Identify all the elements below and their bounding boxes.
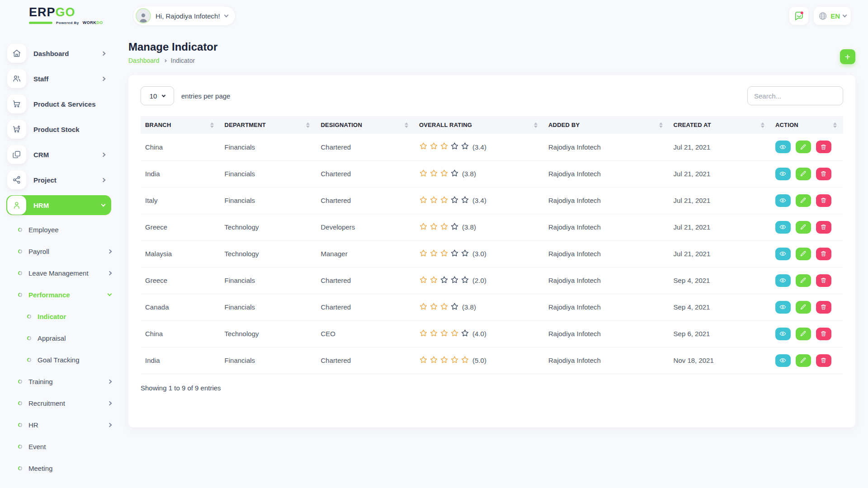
sidebar-item-leave-management[interactable]: Leave Management <box>6 264 111 282</box>
edit-button[interactable] <box>796 141 811 153</box>
bullet-icon <box>18 423 22 427</box>
column-header-action[interactable]: ACTION <box>771 116 843 134</box>
designation-cell: Developers <box>316 214 415 240</box>
chevron-right-icon <box>101 51 106 56</box>
sidebar-item-goal-tracking[interactable]: Goal Tracking <box>6 351 111 369</box>
star-icon <box>440 302 448 312</box>
star-icon <box>419 329 428 339</box>
delete-button[interactable] <box>816 141 831 153</box>
star-icon <box>450 302 459 312</box>
users-icon <box>7 69 26 88</box>
sidebar-item-product-services[interactable]: Product & Services <box>6 94 111 114</box>
view-button[interactable] <box>775 221 791 234</box>
column-header-overall-rating[interactable]: OVERALL RATING <box>415 116 544 134</box>
view-button[interactable] <box>775 328 791 340</box>
language-selector[interactable]: EN <box>814 7 851 25</box>
sidebar-item-label: Meeting <box>28 465 111 472</box>
view-button[interactable] <box>775 274 791 287</box>
delete-button[interactable] <box>816 301 831 314</box>
sidebar-item-label: Project <box>33 176 94 184</box>
rating-value: (3.8) <box>462 170 476 178</box>
table-row: ItalyFinancialsChartered(3.4)Rajodiya In… <box>141 187 843 214</box>
view-button[interactable] <box>775 194 791 207</box>
edit-button[interactable] <box>796 274 811 287</box>
sidebar-item-recruitment[interactable]: Recruitment <box>6 394 111 412</box>
action-cell <box>771 294 843 320</box>
sidebar-item-meeting[interactable]: Meeting <box>6 459 111 477</box>
view-button[interactable] <box>775 248 791 260</box>
sidebar-item-appraisal[interactable]: Appraisal <box>6 329 111 347</box>
branch-cell: India <box>141 160 220 187</box>
search-input[interactable] <box>747 86 843 105</box>
edit-button[interactable] <box>796 354 811 367</box>
delete-button[interactable] <box>816 194 831 207</box>
column-header-designation[interactable]: DESIGNATION <box>316 116 415 134</box>
sidebar-item-hr[interactable]: HR <box>6 416 111 434</box>
column-header-department[interactable]: DEPARTMENT <box>220 116 316 134</box>
sidebar-item-hrm[interactable]: HRM <box>6 195 111 215</box>
sidebar-item-crm[interactable]: CRM <box>6 145 111 164</box>
chevron-right-icon <box>108 422 112 427</box>
eye-icon <box>779 250 786 257</box>
edit-button[interactable] <box>796 168 811 180</box>
delete-button[interactable] <box>816 248 831 260</box>
designation-cell: Chartered <box>316 267 415 294</box>
sidebar-item-performance[interactable]: Performance <box>6 286 111 304</box>
breadcrumb-dashboard-link[interactable]: Dashboard <box>128 57 160 64</box>
view-button[interactable] <box>775 354 791 367</box>
branch-cell: China <box>141 134 220 160</box>
view-button[interactable] <box>775 301 791 314</box>
created-at-cell: Sep 6, 2021 <box>669 320 771 347</box>
star-icon <box>450 356 459 366</box>
chevron-right-icon <box>101 178 106 182</box>
star-icon <box>450 276 459 286</box>
column-header-branch[interactable]: BRANCH <box>141 116 220 134</box>
add-indicator-button[interactable]: + <box>840 49 855 64</box>
rating-value: (3.4) <box>472 197 486 204</box>
delete-button[interactable] <box>816 354 831 367</box>
sidebar-item-event[interactable]: Event <box>6 437 111 455</box>
edit-button[interactable] <box>796 328 811 340</box>
sidebar-item-payroll[interactable]: Payroll <box>6 242 111 260</box>
sidebar-item-training[interactable]: Training <box>6 372 111 390</box>
branch-cell: Italy <box>141 187 220 214</box>
sidebar-item-product-stock[interactable]: Product Stock <box>6 119 111 139</box>
added-by-cell: Rajodiya Infotech <box>544 214 669 240</box>
star-icon <box>461 196 469 206</box>
star-icon <box>461 142 469 152</box>
pencil-icon <box>800 277 807 284</box>
sidebar-item-staff[interactable]: Staff <box>6 69 111 89</box>
delete-button[interactable] <box>816 168 831 180</box>
star-icon <box>450 222 459 232</box>
user-menu[interactable]: Hi, Rajodiya Infotech! <box>133 6 236 26</box>
user-greeting: Hi, Rajodiya Infotech! <box>156 12 220 20</box>
star-icon <box>429 196 438 206</box>
star-icon <box>419 249 428 259</box>
view-button[interactable] <box>775 168 791 180</box>
sidebar-item-employee[interactable]: Employee <box>6 221 111 239</box>
created-at-cell: Jul 21, 2021 <box>669 187 771 214</box>
pencil-icon <box>800 170 807 177</box>
edit-button[interactable] <box>796 194 811 207</box>
column-header-added-by[interactable]: ADDED BY <box>544 116 669 134</box>
edit-button[interactable] <box>796 301 811 314</box>
sidebar-item-indicator[interactable]: Indicator <box>6 307 111 325</box>
edit-button[interactable] <box>796 248 811 260</box>
sidebar-item-dashboard[interactable]: Dashboard <box>6 43 111 63</box>
delete-button[interactable] <box>816 328 831 340</box>
delete-button[interactable] <box>816 221 831 234</box>
trash-icon <box>820 277 827 284</box>
messenger-button[interactable] <box>789 7 808 25</box>
user-avatar <box>136 8 151 23</box>
entries-per-page-select[interactable]: 10 <box>141 86 174 105</box>
app-logo: ERPGO Powered By WORKDO <box>29 5 106 25</box>
sidebar-item-label: HRM <box>33 202 94 209</box>
sidebar-item-label: HR <box>28 421 102 429</box>
sort-icon <box>210 122 214 128</box>
edit-button[interactable] <box>796 221 811 234</box>
user-icon <box>7 196 26 215</box>
sidebar-item-project[interactable]: Project <box>6 170 111 190</box>
view-button[interactable] <box>775 141 791 153</box>
column-header-created-at[interactable]: CREATED AT <box>669 116 771 134</box>
delete-button[interactable] <box>816 274 831 287</box>
